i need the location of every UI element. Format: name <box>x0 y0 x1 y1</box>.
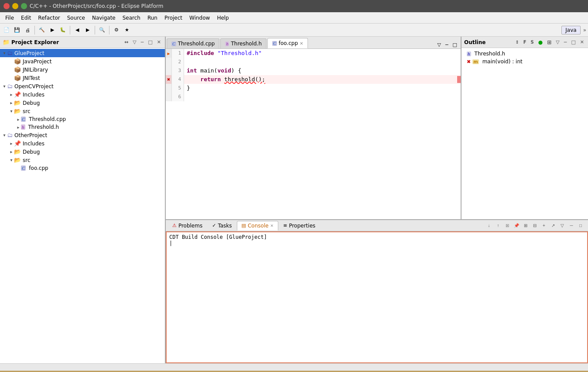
right-area: C Threshold.cpp h Threshold.h C foo.cpp … <box>166 37 588 363</box>
tree-toggle[interactable]: ▾ <box>9 109 14 114</box>
toolbar-run[interactable]: ▶ <box>48 25 57 35</box>
menu-item-project[interactable]: Project <box>161 14 186 22</box>
console-layout[interactable]: ⊞ <box>522 222 530 230</box>
outline-minimize[interactable]: ─ <box>563 39 568 45</box>
menu-item-edit[interactable]: Edit <box>17 14 34 22</box>
project-explorer-sync[interactable]: ↔ <box>123 39 130 45</box>
console-detach[interactable]: ↗ <box>549 222 557 230</box>
tree-toggle[interactable]: ▾ <box>9 158 14 162</box>
menu-item-navigate[interactable]: Navigate <box>89 14 119 22</box>
menu-item-search[interactable]: Search <box>119 14 144 22</box>
tree-toggle[interactable]: ▸ <box>9 92 14 97</box>
project-explorer-menu[interactable]: ▽ <box>131 39 137 45</box>
tree-item-debug-opencv[interactable]: ▸ 📂 Debug <box>0 99 165 107</box>
outline-title: Outline <box>464 39 512 45</box>
tree-label: foo.cpp <box>29 165 48 171</box>
tree-item-includes-opencv[interactable]: ▸ 📌 Includes <box>0 90 165 99</box>
tree-label: src <box>23 108 31 114</box>
tree-toggle[interactable]: ▸ <box>9 100 14 105</box>
tab-tasks[interactable]: ✓ Tasks <box>207 221 236 231</box>
menu-item-file[interactable]: File <box>2 14 17 22</box>
tree-toggle[interactable]: ▸ <box>9 149 14 154</box>
tree-item-javaproject[interactable]: 📦 JavaProject <box>0 57 165 65</box>
toolbar-print[interactable]: 🖨 <box>23 25 32 35</box>
console-new[interactable]: + <box>540 222 548 230</box>
toolbar-debug[interactable]: 🐛 <box>58 25 68 35</box>
toolbar-search[interactable]: 🔍 <box>97 25 107 35</box>
outline-sort-icon[interactable]: ↕ <box>514 39 520 45</box>
tree-item-jnitest[interactable]: 📦 JNITest <box>0 74 165 82</box>
toolbar-save[interactable]: 💾 <box>12 25 22 35</box>
menu-item-refactor[interactable]: Refactor <box>34 14 63 22</box>
outline-config[interactable]: ⊞ <box>546 39 553 46</box>
console-clear[interactable]: ⊠ <box>503 222 511 230</box>
window-maximize-button[interactable] <box>21 3 27 9</box>
console-scroll-down[interactable]: ↓ <box>485 222 493 230</box>
tree-item-src-other[interactable]: ▾ 📂 src <box>0 156 165 164</box>
console-minimize[interactable]: ─ <box>567 222 575 230</box>
window-close-button[interactable] <box>3 3 10 9</box>
toolbar-build[interactable]: 🔨 <box>37 25 47 35</box>
outline-hide-static[interactable]: S <box>530 39 535 45</box>
tab-threshold-cpp[interactable]: C Threshold.cpp <box>167 38 219 48</box>
tree-item-debug-other[interactable]: ▸ 📂 Debug <box>0 148 165 156</box>
tab-threshold-h[interactable]: h Threshold.h <box>220 38 267 48</box>
tree-item-otherproject[interactable]: ▾ 🗂 OtherProject <box>0 131 165 139</box>
outline-breakpoint[interactable]: ● <box>537 39 544 46</box>
toolbar-extra1[interactable]: ⚙ <box>112 25 121 35</box>
editor-panel-menu[interactable]: ▽ <box>436 41 443 48</box>
editor-area: C Threshold.cpp h Threshold.h C foo.cpp … <box>166 37 462 219</box>
tree-item-jnilibrary[interactable]: 📦 JNILibrary <box>0 65 165 74</box>
tree-item-includes-other[interactable]: ▸ 📌 Includes <box>0 139 165 148</box>
console-split[interactable]: ⊟ <box>531 222 539 230</box>
tree-toggle[interactable]: ▾ <box>2 51 7 55</box>
code-editor[interactable]: ▶ 1 #include "Threshold.h" 2 3 int <box>166 49 461 219</box>
outline-hide-fields[interactable]: F <box>522 39 528 45</box>
tree-item-threshold-h[interactable]: ▸ h Threshold.h <box>0 123 165 131</box>
tree-item-foo-cpp[interactable]: C foo.cpp <box>0 164 165 172</box>
console-tab-close[interactable]: ✕ <box>270 224 274 228</box>
tab-close-icon[interactable]: ✕ <box>300 41 303 46</box>
project-explorer-close[interactable]: ✕ <box>156 39 162 45</box>
console-maximize[interactable]: □ <box>577 222 585 230</box>
toolbar-prev[interactable]: ◀ <box>72 25 82 35</box>
toolbar-new[interactable]: 📄 <box>2 25 11 35</box>
perspective-label[interactable]: Java <box>561 26 580 34</box>
menu-item-window[interactable]: Window <box>186 14 213 22</box>
outline-item-main[interactable]: ✖ m main(void) : int <box>465 58 585 65</box>
tree-toggle[interactable]: ▾ <box>2 84 7 89</box>
console-menu[interactable]: ▽ <box>558 222 566 230</box>
tree-toggle[interactable]: ▾ <box>2 133 7 138</box>
tree-item-src-opencv[interactable]: ▾ 📂 src <box>0 107 165 115</box>
window-minimize-button[interactable] <box>12 3 18 9</box>
tree-toggle[interactable]: ▸ <box>9 141 14 146</box>
menu-item-source[interactable]: Source <box>64 14 89 22</box>
tree-item-threshold-cpp[interactable]: ▸ C Threshold.cpp <box>0 115 165 123</box>
tree-toggle[interactable]: ▸ <box>16 125 21 130</box>
menu-item-run[interactable]: Run <box>144 14 161 22</box>
folder-icon: 📂 <box>14 148 21 155</box>
editor-panel-maximize[interactable]: □ <box>451 41 459 48</box>
outline-maximize[interactable]: □ <box>570 39 577 45</box>
tree-label: JavaProject <box>23 59 51 65</box>
menu-item-help[interactable]: Help <box>213 14 232 22</box>
outline-item-threshold-h[interactable]: h Threshold.h <box>465 50 585 58</box>
console-scroll-up[interactable]: ↑ <box>494 222 502 230</box>
tab-console[interactable]: ▤ Console ✕ <box>237 221 279 231</box>
toolbar-next[interactable]: ▶ <box>83 25 92 35</box>
tree-item-glueproject[interactable]: ▾ 🗂 GlueProject <box>0 49 165 57</box>
editor-panel-minimize[interactable]: ─ <box>444 41 450 48</box>
tree-toggle[interactable]: ▸ <box>16 117 21 122</box>
tree-item-opencvproject[interactable]: ▾ 🗂 OpenCVProject <box>0 82 165 90</box>
toolbar-sep-2 <box>70 26 70 34</box>
console-output[interactable]: CDT Build Console [GlueProject] | <box>166 231 588 363</box>
outline-close[interactable]: ✕ <box>579 39 585 45</box>
project-explorer-minimize[interactable]: ─ <box>140 39 145 45</box>
toolbar-extra2[interactable]: ★ <box>122 25 132 35</box>
outline-menu[interactable]: ▽ <box>554 39 561 45</box>
console-pin[interactable]: 📌 <box>513 222 520 230</box>
tab-properties[interactable]: ≡ Properties <box>278 221 320 231</box>
tab-foo-cpp[interactable]: C foo.cpp ✕ <box>267 38 308 48</box>
project-explorer-maximize[interactable]: □ <box>147 39 154 45</box>
tab-problems[interactable]: ⚠ Problems <box>168 221 207 231</box>
